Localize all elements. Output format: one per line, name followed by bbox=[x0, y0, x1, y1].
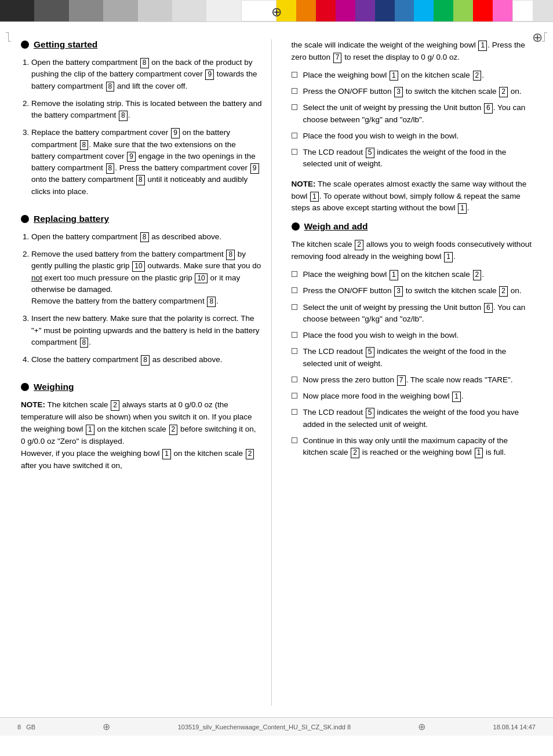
sq-bullet bbox=[292, 332, 297, 338]
sq-bullet bbox=[292, 104, 297, 110]
sq-bullet bbox=[292, 149, 297, 155]
footer-crosshair-left: ⊕ bbox=[103, 721, 110, 732]
weigh-and-add-title: Weigh and add bbox=[292, 221, 533, 232]
list-item: Place the food you wish to weigh in the … bbox=[292, 130, 533, 142]
color-swatch-r5 bbox=[355, 0, 375, 21]
weighing-steps-list: Place the weighing bowl 1 on the kitchen… bbox=[292, 70, 533, 170]
footer-crosshair-right: ⊕ bbox=[418, 721, 425, 732]
sq-bullet bbox=[292, 393, 297, 399]
note-block: NOTE: The scale operates almost exactly … bbox=[292, 178, 533, 215]
color-swatch-r7 bbox=[395, 0, 414, 21]
num-ref: 1 bbox=[452, 392, 461, 402]
color-swatch-r2 bbox=[296, 0, 316, 21]
num-ref: 8 bbox=[106, 82, 115, 92]
bullet-dot-weighing bbox=[21, 383, 29, 391]
list-item: Remove the isolating strip. This is loca… bbox=[31, 98, 262, 122]
right-column: ⊕ the scale will indicate the weight of … bbox=[289, 39, 533, 706]
list-item: Select the unit of weight by pressing th… bbox=[292, 302, 533, 326]
num-ref: 2 bbox=[473, 71, 482, 81]
replacing-battery-section: Replacing battery Open the battery compa… bbox=[21, 214, 262, 366]
weigh-add-intro: The kitchen scale 2 allows you to weigh … bbox=[292, 239, 533, 263]
sq-bullet bbox=[292, 304, 297, 310]
list-item: The LCD readout 5 indicates the weight o… bbox=[292, 346, 533, 370]
color-swatch-1 bbox=[0, 0, 34, 21]
list-item: Remove the used battery from the battery… bbox=[31, 249, 262, 307]
left-column: Getting started Open the battery compart… bbox=[21, 39, 272, 706]
color-swatch-r6 bbox=[375, 0, 395, 21]
bullet-dot-weigh-add bbox=[292, 222, 300, 231]
num-ref: 3 bbox=[394, 286, 403, 297]
sq-bullet bbox=[292, 437, 297, 443]
reg-mark-tl: ┐└ bbox=[6, 28, 11, 45]
num-ref: 10 bbox=[132, 261, 144, 272]
num-ref: 2 bbox=[499, 286, 508, 297]
replacing-battery-title: Replacing battery bbox=[21, 214, 262, 224]
num-ref: 8 bbox=[140, 58, 149, 68]
num-ref: 2 bbox=[473, 270, 482, 280]
num-ref: 10 bbox=[195, 273, 207, 284]
color-swatch-r11 bbox=[473, 0, 493, 21]
num-ref: 1 bbox=[390, 71, 398, 81]
top-bar-left: ⊕ bbox=[0, 0, 276, 21]
list-item: Now press the zero button 7. The scale n… bbox=[292, 374, 533, 386]
num-ref: 9 bbox=[250, 163, 259, 174]
num-ref: 3 bbox=[394, 87, 403, 97]
num-ref: 9 bbox=[205, 70, 214, 80]
list-item: Press the ON/OFF button 3 to switch the … bbox=[292, 285, 533, 297]
num-ref: 6 bbox=[484, 103, 493, 114]
num-ref: 2 bbox=[355, 240, 363, 250]
list-item: The LCD readout 5 indicates the weight o… bbox=[292, 407, 533, 430]
bullet-dot-replacing bbox=[21, 215, 29, 223]
list-item: Press the ON/OFF button 3 to switch the … bbox=[292, 86, 533, 97]
replacing-battery-list: Open the battery compartment 8 as descri… bbox=[31, 231, 262, 366]
num-ref: 5 bbox=[366, 408, 374, 418]
color-swatch-r14 bbox=[533, 0, 553, 21]
color-swatch-r10 bbox=[453, 0, 473, 21]
num-ref: 1 bbox=[310, 192, 319, 202]
reg-mark-tr: ┌┘ bbox=[542, 28, 547, 45]
list-item: The LCD readout 5 indicates the weight o… bbox=[292, 147, 533, 170]
num-ref: 8 bbox=[136, 175, 145, 185]
num-ref: 6 bbox=[484, 303, 493, 313]
list-item: Place the weighing bowl 1 on the kitchen… bbox=[292, 70, 533, 81]
num-ref: 1 bbox=[390, 270, 398, 280]
num-ref: 8 bbox=[119, 111, 128, 121]
sq-bullet bbox=[292, 377, 297, 382]
list-item: Open the battery compartment 8 on the ba… bbox=[31, 57, 262, 92]
weighing-note: NOTE: The kitchen scale 2 always starts … bbox=[21, 399, 262, 472]
bullet-dot-getting-started bbox=[21, 41, 29, 49]
num-ref: 8 bbox=[226, 250, 235, 260]
getting-started-list: Open the battery compartment 8 on the ba… bbox=[31, 57, 262, 198]
num-ref: 1 bbox=[162, 449, 171, 459]
crosshair-right: ⊕ bbox=[532, 30, 543, 45]
sq-bullet bbox=[292, 348, 297, 354]
color-swatch-r9 bbox=[434, 0, 453, 21]
note-bold-label2: NOTE: bbox=[292, 180, 316, 188]
num-ref: 5 bbox=[366, 347, 374, 357]
getting-started-section: Getting started Open the battery compart… bbox=[21, 39, 262, 198]
list-item: Insert the new battery. Make sure that t… bbox=[31, 313, 262, 348]
num-ref: 9 bbox=[127, 152, 136, 162]
list-item: Open the battery compartment 8 as descri… bbox=[31, 231, 262, 243]
color-swatch-7 bbox=[206, 0, 241, 21]
sq-bullet bbox=[292, 271, 297, 277]
top-crosshair: ⊕ bbox=[271, 5, 282, 20]
num-ref: 2 bbox=[111, 400, 119, 411]
num-ref: 7 bbox=[333, 53, 342, 63]
num-ref: 1 bbox=[444, 252, 453, 262]
sq-bullet bbox=[292, 88, 297, 94]
num-ref: 8 bbox=[207, 297, 216, 307]
color-swatch-5 bbox=[138, 0, 172, 21]
num-ref: 8 bbox=[141, 355, 150, 366]
weighing-title: Weighing bbox=[21, 382, 262, 392]
list-item: Close the battery compartment 8 as descr… bbox=[31, 354, 262, 366]
getting-started-title: Getting started bbox=[21, 39, 262, 50]
num-ref: 8 bbox=[106, 163, 115, 174]
num-ref: 2 bbox=[169, 425, 178, 435]
num-ref: 1 bbox=[86, 425, 94, 435]
list-item: Replace the battery compartment cover 9 … bbox=[31, 127, 262, 198]
sq-bullet bbox=[292, 133, 297, 138]
color-swatch-r12 bbox=[493, 0, 512, 21]
weighing-section: Weighing NOTE: The kitchen scale 2 alway… bbox=[21, 382, 262, 472]
num-ref: 8 bbox=[140, 232, 149, 243]
